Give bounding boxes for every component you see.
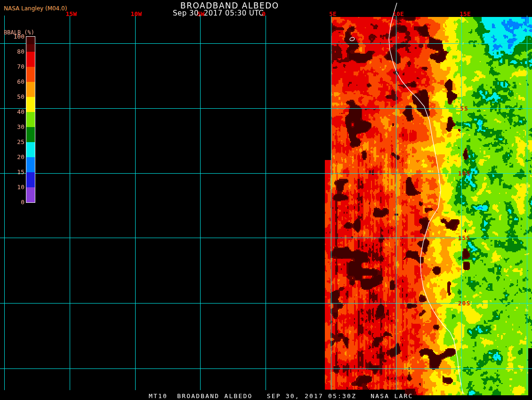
albedo-viewer: 15W10W5W05E10E15E5S10S15S20S 10080706050… — [0, 0, 532, 400]
gridline-horizontal — [0, 368, 532, 369]
footer-caption: MT10 BROADBAND ALBEDO SEP 30, 2017 05:30… — [149, 392, 413, 400]
albedo-map-canvas — [324, 0, 532, 400]
lat-label: 20S — [458, 300, 470, 307]
gridline-vertical — [527, 16, 527, 390]
colorbar-tick-label: 60 — [6, 78, 24, 85]
colorbar-tick-label: 30 — [6, 123, 24, 130]
gridline-vertical — [200, 16, 201, 390]
colorbar-tick-label: 10 — [6, 184, 24, 191]
lon-label: 10W — [130, 10, 141, 17]
gridline-horizontal — [0, 43, 532, 44]
gridline-vertical — [331, 16, 331, 390]
lon-label: 15W — [65, 10, 76, 17]
gridline-horizontal — [0, 108, 532, 109]
gridline-vertical — [135, 16, 136, 390]
source-label: NASA Langley (M04.0) — [4, 5, 67, 12]
lon-label: 5E — [329, 10, 337, 17]
gridline-horizontal — [0, 303, 532, 304]
gridline-vertical — [4, 16, 5, 390]
colorbar-tick-label: 0 — [6, 199, 24, 206]
colorbar-title: BBALB (%) — [4, 29, 34, 36]
colorbar-border — [26, 36, 35, 203]
colorbar-tick-label: 40 — [6, 108, 24, 115]
colorbar-tick-label: 70 — [6, 63, 24, 70]
gridline-vertical — [396, 16, 396, 390]
lat-label: 10S — [458, 170, 470, 177]
lon-label: 15E — [459, 10, 470, 17]
gridline-horizontal — [0, 238, 532, 238]
lat-label: 15S — [458, 234, 470, 241]
timestamp: Sep 30, 2017 05:30 UTC — [173, 9, 264, 17]
colorbar-tick-label: 50 — [6, 93, 24, 100]
gridline-horizontal — [0, 173, 532, 174]
gridline-vertical — [70, 16, 70, 390]
colorbar-tick-label: 80 — [6, 48, 24, 55]
lon-label: 10E — [393, 10, 403, 17]
colorbar-tick-label: 20 — [6, 153, 24, 160]
gridline-vertical — [266, 16, 266, 390]
colorbar-tick-label: 25 — [6, 138, 24, 145]
gridline-vertical — [461, 16, 462, 390]
colorbar-tick-label: 15 — [6, 168, 24, 176]
lat-label: 5S — [460, 105, 468, 112]
